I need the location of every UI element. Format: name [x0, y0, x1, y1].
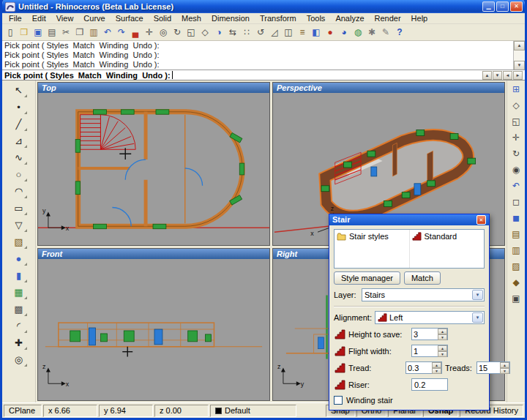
zoom-icon[interactable]: ◎: [10, 351, 28, 367]
menu-mesh[interactable]: Mesh: [176, 13, 206, 23]
new-file-icon[interactable]: ▯: [4, 26, 17, 39]
cylinder-icon[interactable]: ▮: [10, 267, 28, 283]
sphere-icon[interactable]: ●: [10, 250, 28, 266]
scrollbar-track[interactable]: [514, 50, 525, 61]
spin-down-icon[interactable]: ▼: [438, 334, 447, 340]
title-bar[interactable]: Untitled - Rhinoceros (Beta Lab License)…: [2, 0, 525, 13]
polyline-icon[interactable]: ⊿: [10, 132, 28, 149]
menu-transform[interactable]: Transform: [255, 13, 302, 23]
viewport-perspective-title[interactable]: Perspective: [273, 83, 504, 93]
spin-up-icon[interactable]: ▲: [438, 329, 447, 334]
save-icon[interactable]: ▣: [31, 26, 45, 39]
undo-view-icon[interactable]: ↶: [509, 179, 524, 193]
prompt-scroll-up-icon[interactable]: ▲: [482, 71, 492, 80]
curve-icon[interactable]: ∿: [10, 149, 28, 165]
maximize-button[interactable]: □: [496, 1, 509, 12]
menu-view[interactable]: View: [51, 13, 79, 23]
zoom-extents-all-icon[interactable]: ◇: [509, 98, 524, 113]
rotate-view-icon[interactable]: ↻: [171, 26, 184, 39]
menu-solid[interactable]: Solid: [149, 13, 176, 23]
style-manager-button[interactable]: Style manager: [334, 271, 400, 285]
print-icon[interactable]: ▤: [45, 26, 59, 39]
prompt-scroll-down-icon[interactable]: ▼: [493, 71, 502, 80]
winding-stair-checkbox[interactable]: [334, 396, 343, 405]
fillet-icon[interactable]: ◜: [10, 318, 28, 334]
named-views-icon[interactable]: ▣: [509, 291, 524, 306]
open-file-icon[interactable]: ❒: [18, 26, 31, 39]
command-history[interactable]: Pick point ( Styles Match Winding Undo )…: [2, 41, 513, 70]
polygon-icon[interactable]: ▽: [10, 217, 28, 233]
command-prompt[interactable]: Pick point ( Styles Match Winding Undo )…: [2, 70, 525, 80]
cut-icon[interactable]: ✂: [59, 26, 72, 39]
dialog-close-button[interactable]: ✕: [476, 215, 486, 225]
help-icon[interactable]: ?: [393, 26, 406, 39]
prompt-scroll-right-icon[interactable]: ►: [513, 71, 523, 80]
height-input[interactable]: [412, 329, 438, 340]
minimize-button[interactable]: ▁: [482, 1, 495, 12]
spin-up-icon[interactable]: ▲: [432, 362, 441, 368]
select-arrow-icon[interactable]: ↖: [10, 82, 28, 98]
standard-style-item[interactable]: Standard: [412, 232, 482, 241]
spin-down-icon[interactable]: ▼: [432, 368, 441, 374]
render-icon[interactable]: ●: [324, 26, 337, 39]
spin-up-icon[interactable]: ▲: [438, 345, 447, 351]
right-view-icon[interactable]: ▨: [509, 259, 524, 274]
tread-input[interactable]: [406, 362, 432, 373]
flight-width-input[interactable]: [412, 345, 438, 356]
menu-dimension[interactable]: Dimension: [206, 13, 255, 23]
mesh-icon[interactable]: ▩: [10, 301, 28, 317]
zoom-dynamic-icon[interactable]: ◎: [157, 26, 170, 39]
rotate-object-icon[interactable]: ↺: [254, 26, 267, 39]
viewport-front-title[interactable]: Front: [38, 249, 269, 259]
layer-combo[interactable]: Stairs ▼: [362, 288, 485, 301]
paste-icon[interactable]: ▥: [87, 26, 100, 39]
riser-input[interactable]: [411, 378, 448, 391]
copy-icon[interactable]: ❐: [73, 26, 86, 39]
four-viewports-icon[interactable]: ⊞: [509, 82, 524, 97]
spin-down-icon[interactable]: ▼: [500, 368, 509, 374]
properties-icon[interactable]: ◧: [310, 26, 323, 39]
layers-icon[interactable]: ≡: [296, 26, 309, 39]
zoom-selected-icon[interactable]: ◉: [509, 162, 524, 177]
line-icon[interactable]: ╱: [10, 116, 28, 132]
menu-surface[interactable]: Surface: [111, 13, 149, 23]
render-preview-icon[interactable]: ◕: [337, 26, 351, 39]
layer-pane[interactable]: Default: [210, 405, 296, 417]
stair-styles-root-item[interactable]: Stair styles: [337, 232, 407, 241]
pan-view-icon[interactable]: ✛: [143, 26, 156, 39]
spin-up-icon[interactable]: ▲: [500, 362, 509, 368]
menu-curve[interactable]: Curve: [78, 13, 110, 23]
zoom-window-view-icon[interactable]: ◱: [509, 114, 524, 129]
close-button[interactable]: ✕: [510, 1, 523, 12]
shade-view-icon[interactable]: ◑: [212, 26, 225, 39]
treads-input[interactable]: [477, 362, 500, 373]
arc-icon[interactable]: ◠: [10, 183, 28, 199]
copy-object-icon[interactable]: ∷: [240, 26, 253, 39]
zoom-window-icon[interactable]: ◱: [184, 26, 198, 39]
cplane-pane[interactable]: CPlane: [4, 405, 42, 417]
menu-render[interactable]: Render: [370, 13, 406, 23]
top-view-icon[interactable]: ▤: [509, 227, 524, 241]
viewport-top-canvas[interactable]: y x: [38, 93, 269, 245]
perspective-view-icon[interactable]: ◆: [509, 275, 524, 290]
scale-icon[interactable]: ◿: [268, 26, 281, 39]
dropdown-arrow-icon[interactable]: ▼: [472, 312, 483, 323]
menu-help[interactable]: Help: [406, 13, 433, 23]
stair-dialog-title-bar[interactable]: Stair ✕: [329, 214, 489, 225]
move-icon[interactable]: ⇆: [226, 26, 239, 39]
viewport-top-title[interactable]: Top: [38, 83, 269, 93]
point-icon[interactable]: •: [10, 99, 28, 115]
scroll-up-icon[interactable]: ▲: [514, 41, 525, 50]
redo-icon[interactable]: ↷: [115, 26, 128, 39]
viewport-front-canvas[interactable]: z x: [38, 259, 269, 400]
box-icon[interactable]: ▧: [10, 233, 28, 250]
mirror-icon[interactable]: ◫: [282, 26, 295, 39]
dropdown-arrow-icon[interactable]: ▼: [472, 290, 483, 300]
spin-down-icon[interactable]: ▼: [438, 351, 447, 357]
rotate-camera-icon[interactable]: ↻: [509, 146, 524, 161]
undo-icon[interactable]: ↶: [101, 26, 114, 39]
script-icon[interactable]: ✎: [379, 26, 392, 39]
menu-analyze[interactable]: Analyze: [330, 13, 369, 23]
rectangle-icon[interactable]: ▭: [10, 200, 28, 216]
alignment-combo[interactable]: Left ▼: [375, 311, 485, 324]
